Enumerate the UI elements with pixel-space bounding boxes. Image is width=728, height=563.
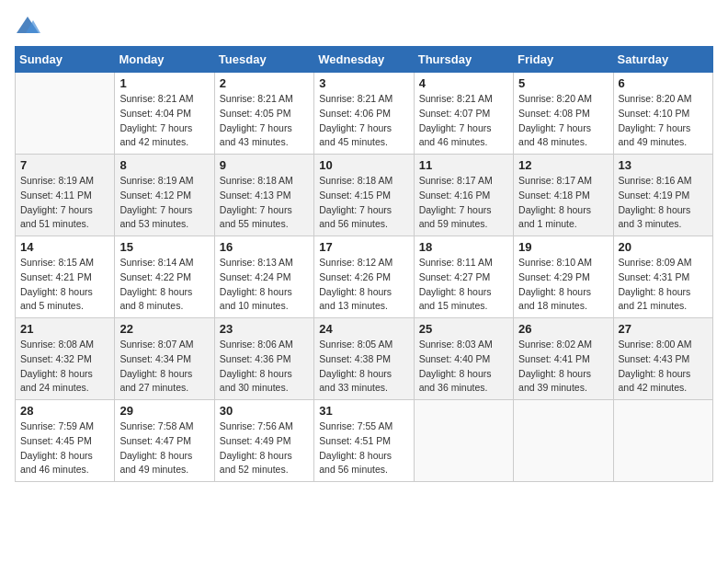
calendar-cell: 16Sunrise: 8:13 AMSunset: 4:24 PMDayligh… — [214, 236, 313, 318]
day-info: Sunrise: 8:06 AMSunset: 4:36 PMDaylight:… — [220, 338, 309, 396]
day-number: 26 — [518, 322, 608, 336]
calendar-cell: 23Sunrise: 8:06 AMSunset: 4:36 PMDayligh… — [214, 318, 313, 400]
header-tuesday: Tuesday — [214, 47, 313, 73]
day-number: 15 — [119, 240, 209, 254]
logo-icon — [15, 15, 40, 37]
day-info: Sunrise: 8:15 AMSunset: 4:21 PMDaylight:… — [20, 256, 109, 314]
calendar-cell — [514, 400, 613, 482]
calendar-cell: 24Sunrise: 8:05 AMSunset: 4:38 PMDayligh… — [314, 318, 414, 400]
calendar-cell — [16, 73, 115, 155]
day-info: Sunrise: 8:17 AMSunset: 4:18 PMDaylight:… — [518, 174, 608, 232]
day-info: Sunrise: 7:59 AMSunset: 4:45 PMDaylight:… — [20, 419, 109, 477]
calendar-cell: 13Sunrise: 8:16 AMSunset: 4:19 PMDayligh… — [613, 155, 712, 236]
calendar-cell: 3Sunrise: 8:21 AMSunset: 4:06 PMDaylight… — [314, 73, 414, 155]
day-number: 3 — [319, 76, 408, 90]
calendar-cell: 4Sunrise: 8:21 AMSunset: 4:07 PMDaylight… — [414, 73, 513, 155]
day-number: 23 — [220, 322, 309, 336]
week-row-1: 1Sunrise: 8:21 AMSunset: 4:04 PMDaylight… — [16, 73, 713, 155]
day-number: 25 — [419, 322, 508, 336]
calendar-cell: 21Sunrise: 8:08 AMSunset: 4:32 PMDayligh… — [16, 318, 115, 400]
day-info: Sunrise: 8:07 AMSunset: 4:34 PMDaylight:… — [119, 338, 209, 396]
day-number: 7 — [20, 158, 109, 172]
day-number: 22 — [119, 322, 209, 336]
day-number: 10 — [319, 158, 408, 172]
week-row-4: 21Sunrise: 8:08 AMSunset: 4:32 PMDayligh… — [16, 318, 713, 400]
day-info: Sunrise: 8:19 AMSunset: 4:11 PMDaylight:… — [20, 174, 109, 232]
day-number: 31 — [319, 404, 408, 418]
day-info: Sunrise: 8:21 AMSunset: 4:07 PMDaylight:… — [419, 92, 508, 150]
day-info: Sunrise: 8:12 AMSunset: 4:26 PMDaylight:… — [319, 256, 408, 314]
calendar-cell: 5Sunrise: 8:20 AMSunset: 4:08 PMDaylight… — [514, 73, 613, 155]
calendar-cell: 29Sunrise: 7:58 AMSunset: 4:47 PMDayligh… — [115, 400, 214, 482]
calendar-cell: 22Sunrise: 8:07 AMSunset: 4:34 PMDayligh… — [115, 318, 214, 400]
header — [15, 15, 713, 37]
header-sunday: Sunday — [16, 47, 115, 73]
day-info: Sunrise: 8:21 AMSunset: 4:05 PMDaylight:… — [220, 92, 309, 150]
day-number: 27 — [619, 322, 708, 336]
calendar-cell: 19Sunrise: 8:10 AMSunset: 4:29 PMDayligh… — [514, 236, 613, 318]
day-info: Sunrise: 8:11 AMSunset: 4:27 PMDaylight:… — [419, 256, 508, 314]
day-number: 2 — [220, 76, 309, 90]
day-number: 29 — [119, 404, 209, 418]
day-info: Sunrise: 8:21 AMSunset: 4:06 PMDaylight:… — [319, 92, 408, 150]
day-number: 5 — [518, 76, 608, 90]
day-number: 24 — [319, 322, 408, 336]
day-number: 16 — [220, 240, 309, 254]
calendar-cell — [613, 400, 712, 482]
day-info: Sunrise: 8:14 AMSunset: 4:22 PMDaylight:… — [119, 256, 209, 314]
week-row-3: 14Sunrise: 8:15 AMSunset: 4:21 PMDayligh… — [16, 236, 713, 318]
day-info: Sunrise: 8:08 AMSunset: 4:32 PMDaylight:… — [20, 338, 109, 396]
day-info: Sunrise: 8:19 AMSunset: 4:12 PMDaylight:… — [119, 174, 209, 232]
calendar-cell: 10Sunrise: 8:18 AMSunset: 4:15 PMDayligh… — [314, 155, 414, 236]
day-info: Sunrise: 8:18 AMSunset: 4:15 PMDaylight:… — [319, 174, 408, 232]
day-number: 17 — [319, 240, 408, 254]
calendar-cell: 25Sunrise: 8:03 AMSunset: 4:40 PMDayligh… — [414, 318, 513, 400]
day-info: Sunrise: 8:20 AMSunset: 4:08 PMDaylight:… — [518, 92, 608, 150]
day-info: Sunrise: 8:17 AMSunset: 4:16 PMDaylight:… — [419, 174, 508, 232]
calendar-cell: 18Sunrise: 8:11 AMSunset: 4:27 PMDayligh… — [414, 236, 513, 318]
week-row-2: 7Sunrise: 8:19 AMSunset: 4:11 PMDaylight… — [16, 155, 713, 236]
header-saturday: Saturday — [613, 47, 712, 73]
calendar-cell: 6Sunrise: 8:20 AMSunset: 4:10 PMDaylight… — [613, 73, 712, 155]
day-info: Sunrise: 7:56 AMSunset: 4:49 PMDaylight:… — [220, 419, 309, 477]
header-monday: Monday — [115, 47, 214, 73]
calendar-cell: 11Sunrise: 8:17 AMSunset: 4:16 PMDayligh… — [414, 155, 513, 236]
calendar-header-row: SundayMondayTuesdayWednesdayThursdayFrid… — [16, 47, 713, 73]
calendar-cell — [414, 400, 513, 482]
calendar-cell: 2Sunrise: 8:21 AMSunset: 4:05 PMDaylight… — [214, 73, 313, 155]
calendar-cell: 15Sunrise: 8:14 AMSunset: 4:22 PMDayligh… — [115, 236, 214, 318]
header-wednesday: Wednesday — [314, 47, 414, 73]
day-info: Sunrise: 8:16 AMSunset: 4:19 PMDaylight:… — [619, 174, 708, 232]
day-info: Sunrise: 8:09 AMSunset: 4:31 PMDaylight:… — [619, 256, 708, 314]
day-info: Sunrise: 8:00 AMSunset: 4:43 PMDaylight:… — [619, 338, 708, 396]
logo — [15, 15, 44, 37]
day-number: 1 — [119, 76, 209, 90]
day-info: Sunrise: 8:21 AMSunset: 4:04 PMDaylight:… — [119, 92, 209, 150]
calendar-cell: 27Sunrise: 8:00 AMSunset: 4:43 PMDayligh… — [613, 318, 712, 400]
day-number: 30 — [220, 404, 309, 418]
header-thursday: Thursday — [414, 47, 513, 73]
calendar-cell: 17Sunrise: 8:12 AMSunset: 4:26 PMDayligh… — [314, 236, 414, 318]
header-friday: Friday — [514, 47, 613, 73]
day-number: 9 — [220, 158, 309, 172]
week-row-5: 28Sunrise: 7:59 AMSunset: 4:45 PMDayligh… — [16, 400, 713, 482]
calendar-cell: 8Sunrise: 8:19 AMSunset: 4:12 PMDaylight… — [115, 155, 214, 236]
calendar-cell: 9Sunrise: 8:18 AMSunset: 4:13 PMDaylight… — [214, 155, 313, 236]
day-info: Sunrise: 8:02 AMSunset: 4:41 PMDaylight:… — [518, 338, 608, 396]
day-number: 18 — [419, 240, 508, 254]
calendar-cell: 31Sunrise: 7:55 AMSunset: 4:51 PMDayligh… — [314, 400, 414, 482]
day-number: 12 — [518, 158, 608, 172]
day-number: 14 — [20, 240, 109, 254]
calendar-cell: 28Sunrise: 7:59 AMSunset: 4:45 PMDayligh… — [16, 400, 115, 482]
calendar-cell: 26Sunrise: 8:02 AMSunset: 4:41 PMDayligh… — [514, 318, 613, 400]
calendar-cell: 1Sunrise: 8:21 AMSunset: 4:04 PMDaylight… — [115, 73, 214, 155]
day-info: Sunrise: 7:55 AMSunset: 4:51 PMDaylight:… — [319, 419, 408, 477]
day-info: Sunrise: 8:13 AMSunset: 4:24 PMDaylight:… — [220, 256, 309, 314]
day-number: 20 — [619, 240, 708, 254]
calendar-cell: 20Sunrise: 8:09 AMSunset: 4:31 PMDayligh… — [613, 236, 712, 318]
day-number: 28 — [20, 404, 109, 418]
day-info: Sunrise: 8:18 AMSunset: 4:13 PMDaylight:… — [220, 174, 309, 232]
day-number: 4 — [419, 76, 508, 90]
day-info: Sunrise: 8:20 AMSunset: 4:10 PMDaylight:… — [619, 92, 708, 150]
calendar-cell: 14Sunrise: 8:15 AMSunset: 4:21 PMDayligh… — [16, 236, 115, 318]
